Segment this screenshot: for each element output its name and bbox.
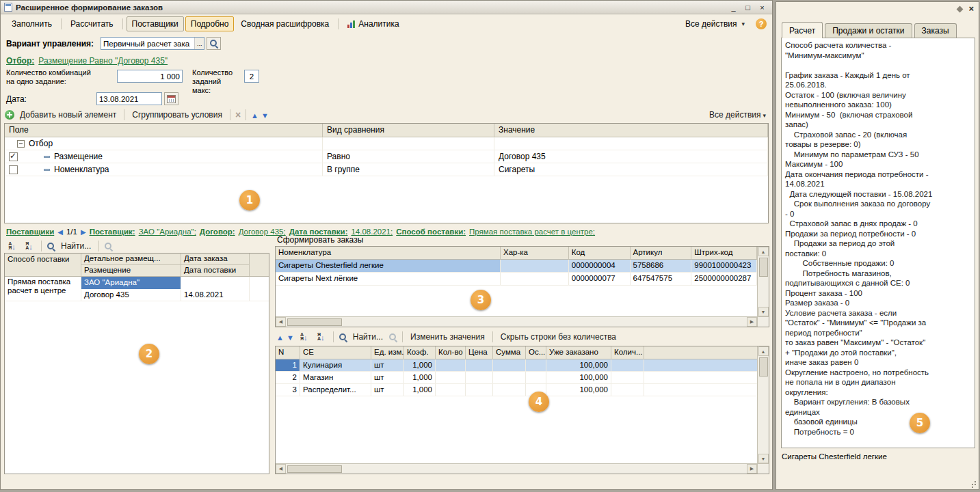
calculate-button[interactable]: Рассчитать — [65, 16, 119, 31]
quantity-cell[interactable] — [611, 359, 644, 371]
management-variant-input[interactable] — [101, 38, 194, 49]
n-cell[interactable]: 1 — [276, 359, 300, 371]
calendar-button[interactable] — [164, 92, 178, 105]
price-cell[interactable] — [466, 359, 493, 371]
article-cell[interactable]: 647547575 — [631, 273, 692, 285]
suppliers-toggle-button[interactable]: Поставщики — [127, 16, 184, 31]
unit-cell[interactable]: шт — [371, 359, 404, 371]
date-input[interactable] — [97, 93, 161, 105]
order-date-cell[interactable] — [181, 277, 249, 289]
scroll-down-icon[interactable] — [758, 454, 769, 463]
combinations-input[interactable] — [118, 70, 182, 82]
barcode-cell[interactable]: 9900100000423 — [691, 260, 757, 272]
se-cell[interactable]: Магазин — [300, 372, 371, 383]
scrollbar-thumb[interactable] — [287, 465, 342, 473]
scroll-left-icon[interactable] — [276, 464, 286, 474]
quantity-cell[interactable] — [611, 384, 644, 396]
sort-descending-icon[interactable] — [314, 331, 328, 342]
row-checkbox[interactable] — [9, 165, 18, 174]
qty-cell[interactable] — [436, 359, 466, 371]
price-cell[interactable] — [466, 384, 493, 396]
column-header-placement[interactable]: Размещение — [81, 265, 181, 277]
order-row[interactable]: Сигареты Next лёгкие 0000000077 64754757… — [276, 273, 757, 286]
group-conditions-button[interactable]: Сгруппировать условия — [129, 109, 225, 121]
move-up-icon[interactable] — [276, 331, 284, 343]
details-toggle-button[interactable]: Подробно — [185, 16, 235, 31]
find-button[interactable]: Найти... — [58, 240, 94, 252]
scrollbar-thumb[interactable] — [759, 357, 768, 377]
se-cell[interactable]: Кулинария — [300, 359, 371, 371]
column-header-delivery-method[interactable]: Способ поставки — [5, 254, 81, 276]
choose-button[interactable]: ... — [194, 38, 204, 49]
clear-search-icon[interactable] — [388, 333, 397, 342]
code-cell[interactable]: 0000000077 — [569, 273, 631, 285]
move-down-icon[interactable] — [287, 331, 294, 343]
add-element-button[interactable]: Добавить новый элемент — [17, 109, 119, 121]
delivery-method-value-link[interactable]: Прямая поставка расчет в центре; — [469, 228, 595, 236]
qty-cell[interactable] — [436, 372, 466, 383]
coef-cell[interactable]: 1,000 — [404, 372, 436, 383]
row-checkbox[interactable] — [9, 152, 18, 161]
next-supplier-icon[interactable] — [81, 228, 86, 236]
quantity-row[interactable]: 1 Кулинария шт 1,000 100,000 — [276, 359, 757, 372]
summary-decode-button[interactable]: Сводная расшифровка — [235, 16, 334, 31]
suppliers-link[interactable]: Поставщики — [6, 228, 54, 236]
rest-cell[interactable] — [526, 359, 546, 371]
move-down-icon[interactable] — [261, 109, 269, 121]
delete-icon[interactable] — [235, 109, 241, 121]
characteristic-cell[interactable] — [501, 260, 569, 272]
filter-link-label[interactable]: Отбор: — [6, 56, 34, 66]
column-header-price[interactable]: Цена — [466, 346, 493, 359]
column-header-rest[interactable]: Ос... — [526, 346, 546, 359]
collapse-icon[interactable] — [17, 140, 25, 148]
quantity-cell[interactable] — [611, 372, 644, 383]
filter-link-value[interactable]: Размещение Равно "Договор 435" — [38, 56, 168, 66]
prev-supplier-icon[interactable] — [57, 228, 63, 236]
hide-empty-rows-button[interactable]: Скрыть строки без количества — [498, 331, 619, 343]
sum-cell[interactable] — [493, 384, 526, 396]
supplier-value-link[interactable]: ЗАО "Ариадна"; — [139, 228, 196, 236]
filter-row-placement[interactable]: Размещение Равно Договор 435 — [5, 150, 768, 163]
sum-cell[interactable] — [493, 359, 526, 371]
scrollbar-thumb[interactable] — [287, 318, 342, 326]
column-header-ordered[interactable]: Уже заказано — [546, 346, 611, 359]
help-icon[interactable] — [756, 18, 767, 29]
column-header-order-date[interactable]: Дата заказа — [181, 254, 249, 265]
minimize-button[interactable]: _ — [727, 2, 740, 12]
placement-cell[interactable]: Договор 435 — [81, 289, 181, 301]
price-cell[interactable] — [466, 372, 493, 383]
scroll-right-icon[interactable] — [747, 464, 757, 474]
scroll-up-icon[interactable] — [758, 247, 769, 256]
tab-orders[interactable]: Заказы — [914, 23, 957, 38]
all-actions-button[interactable]: Все действия — [680, 16, 750, 31]
resize-grip[interactable] — [969, 478, 976, 485]
nomenclature-cell[interactable]: Сигареты Next лёгкие — [276, 273, 501, 285]
qty-cell[interactable] — [436, 384, 466, 396]
n-cell[interactable]: 2 — [276, 372, 300, 383]
unit-cell[interactable]: шт — [371, 384, 404, 396]
column-header-qty[interactable]: Кол-во — [436, 346, 466, 359]
close-button[interactable]: × — [756, 2, 769, 12]
column-header-detail-placement[interactable]: Детальное размещ... — [81, 254, 181, 265]
sum-cell[interactable] — [493, 372, 526, 383]
quantity-row[interactable]: 2 Магазин шт 1,000 100,000 — [276, 372, 757, 384]
ordered-cell[interactable]: 100,000 — [546, 384, 611, 396]
column-header-characteristic[interactable]: Хар-ка — [501, 247, 569, 259]
column-header-se[interactable]: СЕ — [300, 346, 371, 359]
panel-close-icon[interactable]: × — [968, 5, 974, 13]
ordered-cell[interactable]: 100,000 — [546, 372, 611, 383]
coef-cell[interactable]: 1,000 — [404, 359, 436, 371]
filter-row-nomenclature[interactable]: Номенклатура В группе Сигареты — [5, 163, 768, 176]
code-cell[interactable]: 0000000004 — [569, 260, 631, 272]
sort-ascending-icon[interactable] — [297, 331, 311, 342]
scroll-left-icon[interactable] — [276, 317, 286, 327]
change-values-button[interactable]: Изменить значения — [408, 331, 488, 343]
coef-cell[interactable]: 1,000 — [404, 384, 436, 396]
filter-all-actions-button[interactable]: Все действия — [706, 109, 769, 121]
sort-ascending-icon[interactable] — [5, 241, 19, 251]
sort-descending-icon[interactable] — [22, 241, 36, 251]
characteristic-cell[interactable] — [501, 273, 569, 285]
column-header-coef[interactable]: Коэф. — [404, 346, 436, 359]
fill-button[interactable]: Заполнить — [6, 16, 57, 31]
column-header-code[interactable]: Код — [569, 247, 631, 259]
